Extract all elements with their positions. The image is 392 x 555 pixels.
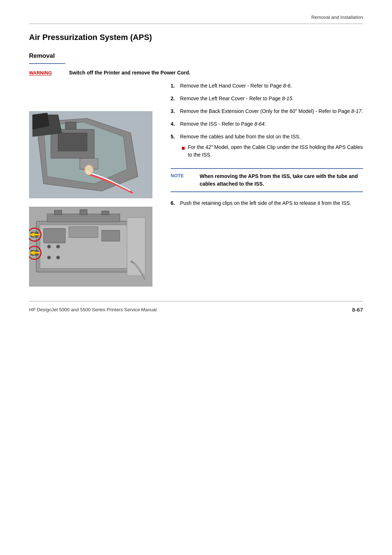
note-label: NOTE xyxy=(171,173,200,178)
page-number: 8-67 xyxy=(352,307,363,313)
step-4-number: 4. xyxy=(171,120,180,128)
step-1-text: Remove the Left Hand Cover - Refer to Pa… xyxy=(180,82,363,90)
image2-aps-clips xyxy=(29,207,152,287)
image1-aps-cables xyxy=(29,111,152,198)
left-column xyxy=(29,82,160,287)
svg-rect-32 xyxy=(102,211,109,215)
sub-bullet-icon: ■ xyxy=(181,144,185,153)
step-3-number: 3. xyxy=(171,108,180,115)
svg-rect-31 xyxy=(80,210,87,215)
step-1-number: 1. xyxy=(171,82,180,90)
svg-point-20 xyxy=(47,256,51,259)
note-box: NOTE When removing the APS from the ISS,… xyxy=(171,168,363,192)
step-1: 1. Remove the Left Hand Cover - Refer to… xyxy=(171,82,363,90)
step-6-text: Push the retaining clips on the left sid… xyxy=(180,199,363,207)
image2-container xyxy=(29,207,152,287)
svg-point-19 xyxy=(56,245,60,248)
svg-point-18 xyxy=(47,245,51,248)
step-4: 4. Remove the ISS - Refer to Page 8-64. xyxy=(171,120,363,128)
removal-title: Removal xyxy=(29,52,363,60)
svg-rect-17 xyxy=(102,230,120,241)
step-5-sub-1: ■ For the 42" Model, open the Cable Clip… xyxy=(181,143,363,159)
warning-row: WARNING Switch off the Printer and remov… xyxy=(29,70,363,76)
step-5: 5. Remove the cables and tube from the s… xyxy=(171,133,363,161)
page-title: Air Pressurization System (APS) xyxy=(29,33,363,42)
step-5-text: Remove the cables and tube from the slot… xyxy=(180,133,363,161)
svg-rect-5 xyxy=(65,122,76,129)
page: Removal and Installation Air Pressurizat… xyxy=(0,0,392,555)
right-column: 1. Remove the Left Hand Cover - Refer to… xyxy=(171,82,363,287)
step-3-text: Remove the Back Extension Cover (Only fo… xyxy=(180,108,363,115)
step-5-number: 5. xyxy=(171,133,180,161)
step-6-number: 6. xyxy=(171,199,180,207)
step-6-item: 6. Push the retaining clips on the left … xyxy=(171,199,363,207)
svg-rect-15 xyxy=(44,228,65,243)
footer: HP DesignJet 5000 and 5500 Series Printe… xyxy=(29,307,363,313)
top-rule xyxy=(29,24,363,24)
main-content: 1. Remove the Left Hand Cover - Refer to… xyxy=(29,82,363,287)
step-5-sub-1-text: For the 42" Model, open the Cable Clip u… xyxy=(188,143,363,159)
step-4-text: Remove the ISS - Refer to Page 8-64. xyxy=(180,120,363,128)
warning-label: WARNING xyxy=(29,70,69,76)
svg-rect-29 xyxy=(47,214,120,222)
svg-rect-28 xyxy=(127,218,145,276)
warning-text: Switch off the Printer and remove the Po… xyxy=(69,70,191,76)
svg-point-11 xyxy=(85,165,93,175)
step-6: 6. Push the retaining clips on the left … xyxy=(171,199,363,207)
svg-point-21 xyxy=(56,256,60,259)
svg-rect-30 xyxy=(54,210,62,215)
footer-text: HP DesignJet 5000 and 5500 Series Printe… xyxy=(29,307,157,312)
top-header: Removal and Installation xyxy=(29,15,363,20)
step-3: 3. Remove the Back Extension Cover (Only… xyxy=(171,108,363,115)
header-section: Removal and Installation xyxy=(311,15,363,20)
section-underline xyxy=(29,63,65,64)
svg-rect-4 xyxy=(58,133,87,151)
step-2-text: Remove the Left Rear Cover - Refer to Pa… xyxy=(180,95,363,102)
image1-container xyxy=(29,111,160,199)
step-2-number: 2. xyxy=(171,95,180,102)
step-5-sublist: ■ For the 42" Model, open the Cable Clip… xyxy=(180,143,363,159)
svg-rect-16 xyxy=(69,227,98,238)
steps-list: 1. Remove the Left Hand Cover - Refer to… xyxy=(171,82,363,161)
step-2: 2. Remove the Left Rear Cover - Refer to… xyxy=(171,95,363,102)
note-text: When removing the APS from the ISS, take… xyxy=(200,173,363,188)
bottom-rule xyxy=(29,301,363,301)
